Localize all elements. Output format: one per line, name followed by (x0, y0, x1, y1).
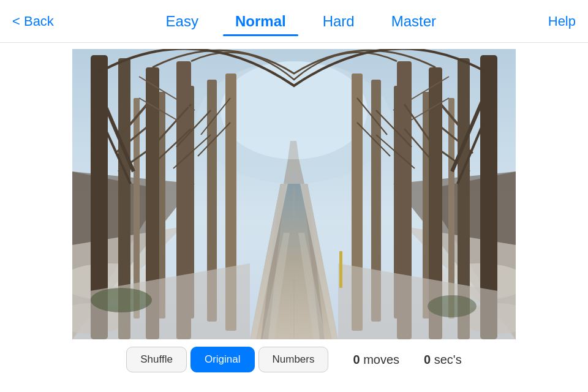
difficulty-tabs: Easy Normal Hard Master (148, 8, 454, 35)
tab-master[interactable]: Master (373, 8, 454, 35)
shuffle-button[interactable]: Shuffle (126, 347, 187, 372)
original-button[interactable]: Original (190, 347, 255, 372)
button-group: Shuffle Original Numbers (126, 347, 328, 372)
controls-bar: Shuffle Original Numbers 0 moves 0 sec's (0, 339, 588, 380)
back-button[interactable]: < Back (12, 13, 54, 29)
numbers-button[interactable]: Numbers (258, 347, 329, 372)
secs-label: sec's (434, 353, 462, 366)
svg-point-69 (91, 288, 152, 312)
header: < Back Easy Normal Hard Master Help (0, 0, 588, 43)
puzzle-svg (72, 49, 516, 339)
moves-count: 0 (353, 353, 360, 366)
svg-rect-71 (339, 251, 342, 288)
moves-label: moves (363, 353, 399, 366)
help-button[interactable]: Help (548, 13, 576, 29)
stats-display: 0 moves 0 sec's (353, 353, 461, 367)
secs-count: 0 (424, 353, 431, 366)
puzzle-area (0, 43, 588, 339)
secs-stat: 0 sec's (424, 353, 462, 367)
moves-stat: 0 moves (353, 353, 399, 367)
tab-easy[interactable]: Easy (148, 8, 217, 35)
tab-normal[interactable]: Normal (217, 8, 304, 35)
puzzle-image (72, 49, 516, 339)
tab-hard[interactable]: Hard (304, 8, 373, 35)
svg-point-70 (428, 295, 477, 317)
